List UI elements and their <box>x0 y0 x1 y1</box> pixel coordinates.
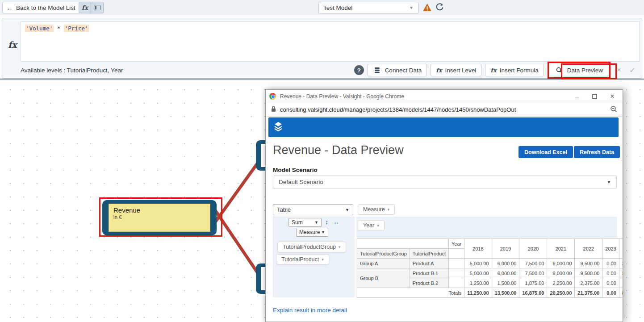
band-divider <box>355 217 356 238</box>
year-column-pill[interactable]: Year ▾ <box>358 220 385 231</box>
chevron-down-icon: ▼ <box>409 5 414 10</box>
scenario-dropdown[interactable]: Default Scenario ▼ <box>273 176 617 188</box>
value-cell: 9,500.00 <box>575 268 602 278</box>
column-header: 2020 <box>519 239 547 259</box>
zoom-magnifier-icon[interactable] <box>610 105 617 114</box>
column-header: 2018 <box>464 239 492 259</box>
formula-fx-icon: fx <box>8 40 17 50</box>
back-to-model-list-button[interactable]: ← Back to the Model List <box>2 2 81 13</box>
chrome-logo-icon <box>269 93 276 100</box>
editor-toggle-group: fx <box>79 2 104 13</box>
data-preview-table: Year 2018 2019 2020 2021 2022 2023 Total… <box>357 238 623 298</box>
search-icon <box>555 67 564 74</box>
value-cell: 9,000.00 <box>547 268 575 278</box>
aggregation-dropdown[interactable]: Sum ▼ <box>289 218 322 227</box>
back-button-label: Back to the Model List <box>16 4 75 11</box>
data-preview-popup-window: Revenue - Data Preview - Valsight - Goog… <box>265 89 623 322</box>
formula-view-toggle[interactable]: fx <box>79 2 91 13</box>
formula-operator: * <box>54 25 64 32</box>
data-preview-button[interactable]: Data Preview <box>550 64 608 76</box>
value-cell: 9,500.00 <box>575 259 602 268</box>
column-header: 2021 <box>547 239 575 259</box>
panel-layout-toggle[interactable] <box>91 2 104 13</box>
empty-cell <box>448 259 464 268</box>
fx-icon: fx <box>82 4 88 11</box>
formula-token-price: 'Price' <box>64 25 89 32</box>
product-cell: Product A <box>410 259 448 268</box>
insert-formula-button[interactable]: fx Insert Formula <box>485 64 544 76</box>
corner-empty-cell <box>357 239 449 249</box>
swap-vertical-icon[interactable]: ↕ <box>325 218 328 226</box>
connect-data-label: Connect Data <box>385 67 422 74</box>
chevron-down-icon: ▾ <box>322 257 324 262</box>
column-header: 2022 <box>575 239 602 259</box>
popup-page-content: Revenue - Data Preview Download Excel Re… <box>266 117 623 322</box>
row-pill-product-group[interactable]: TutorialProductGroup ▾ <box>277 242 346 252</box>
value-cell: 2,250.00 <box>547 278 575 288</box>
formula-footer-bar: Available levels : TutorialProduct, Year… <box>2 62 642 79</box>
model-selector-dropdown[interactable]: Test Model ▼ <box>318 2 418 14</box>
formula-input[interactable]: 'Volume' * 'Price' <box>21 21 640 62</box>
cancel-formula-icon[interactable]: × <box>614 66 624 75</box>
back-arrow-icon: ← <box>6 4 13 12</box>
value-cell: 7,500.00 <box>519 268 547 278</box>
table-row: Group A Product A 5,000.00 6,000.00 7,50… <box>357 259 623 268</box>
model-selector-value: Test Model <box>323 4 352 11</box>
chevron-down-icon: ▼ <box>607 180 611 184</box>
scenario-value: Default Scenario <box>279 179 323 185</box>
totals-row-label: Totals <box>357 288 464 298</box>
help-button[interactable]: ? <box>354 65 364 75</box>
minimize-button[interactable]: – <box>575 93 579 100</box>
total-cell: 20,250.00 <box>547 288 575 298</box>
swap-horizontal-icon[interactable]: ↔ <box>333 218 339 226</box>
value-cell: 1,250.00 <box>464 278 492 288</box>
fx-icon: fx <box>436 67 442 74</box>
revenue-node-title: Revenue <box>113 206 205 214</box>
window-controls: – × <box>575 92 619 100</box>
window-titlebar[interactable]: Revenue - Data Preview - Valsight - Goog… <box>266 90 623 103</box>
view-type-dropdown[interactable]: Table ▼ <box>273 204 353 215</box>
close-button[interactable]: × <box>610 92 615 100</box>
url-text: consulting.valsight.cloud/manage/project… <box>280 106 516 113</box>
value-cell: 2,375.00 <box>575 278 602 288</box>
table-totals-row: Totals 11,250.00 13,500.00 16,875.00 20,… <box>357 288 623 298</box>
measure-dropdown-value: Measure <box>299 229 320 235</box>
empty-cell <box>448 278 464 288</box>
revenue-node[interactable]: Revenue in € <box>102 200 217 235</box>
download-excel-button[interactable]: Download Excel <box>519 146 573 158</box>
measure-dropdown[interactable]: Measure ▼ <box>296 228 328 237</box>
connect-data-button[interactable]: Connect Data <box>368 64 427 76</box>
confirm-formula-icon[interactable]: ✓ <box>627 66 637 75</box>
warning-icon[interactable] <box>422 3 432 13</box>
database-icon <box>373 67 382 74</box>
row-pill-product[interactable]: TutorialProduct ▾ <box>276 254 329 265</box>
insert-level-button[interactable]: fx Insert Level <box>431 64 481 76</box>
maximize-button[interactable] <box>592 94 597 99</box>
chevron-down-icon: ▼ <box>321 230 325 234</box>
measure-column-pill[interactable]: Measure ▾ <box>358 204 395 215</box>
empty-cell <box>448 249 464 259</box>
insert-level-label: Insert Level <box>445 67 477 74</box>
revenue-node-unit: in € <box>113 214 205 220</box>
chevron-down-icon: ▼ <box>314 220 318 225</box>
valsight-header-banner <box>268 117 619 137</box>
view-type-value: Table <box>277 206 291 213</box>
explain-result-link[interactable]: Explain result in more detail <box>273 307 347 314</box>
browser-url-bar[interactable]: consulting.valsight.cloud/manage/project… <box>266 103 623 117</box>
page-title: Revenue - Data Preview <box>273 143 404 157</box>
column-header: 2023 <box>602 239 619 259</box>
total-cell: 13,500.00 <box>492 288 519 298</box>
row-pill-product-label: TutorialProduct <box>281 256 319 263</box>
value-cell: 6,000.00 <box>492 268 519 278</box>
refresh-data-button[interactable]: Refresh Data <box>574 146 620 158</box>
value-cell: 5,000.00 <box>464 268 492 278</box>
lock-icon <box>271 106 276 114</box>
chevron-down-icon: ▼ <box>345 208 349 212</box>
chevron-down-icon: ▾ <box>388 207 390 212</box>
total-cell: 0.00 <box>602 288 619 298</box>
chevron-down-icon: ▾ <box>339 245 341 249</box>
refresh-icon[interactable] <box>435 3 444 13</box>
value-cell: 0.00 <box>602 259 619 268</box>
value-cell: 0.00 <box>602 278 619 288</box>
year-dimension-label: Year <box>448 239 464 249</box>
